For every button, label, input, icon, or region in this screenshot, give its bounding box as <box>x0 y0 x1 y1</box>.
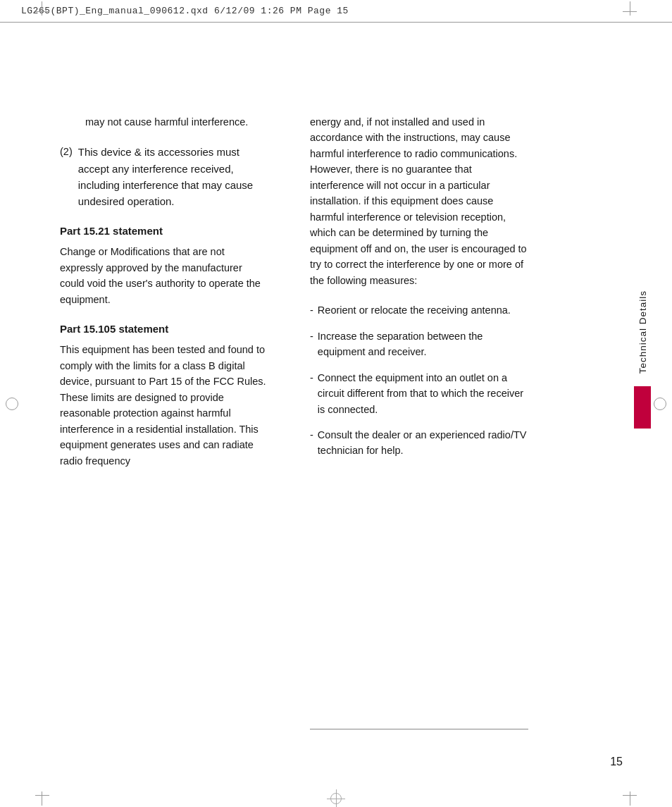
item2-block: (2) This device & its accessories must a… <box>60 144 268 209</box>
trim-top-right-v <box>630 1 630 16</box>
trim-top-left-v <box>42 1 42 16</box>
intro-text: may not cause harmful interference. <box>60 114 268 130</box>
page-container: LG265(BPT)_Eng_manual_090612.qxd 6/12/09… <box>0 0 672 807</box>
intro-text-block: may not cause harmful interference. <box>60 114 268 130</box>
right-column: energy and, if not installed and used in… <box>310 114 528 469</box>
header-filename: LG265(BPT)_Eng_manual_090612.qxd 6/12/09… <box>21 6 349 16</box>
sidebar-text: Technical Details <box>637 290 648 374</box>
bullet2: - Increase the separation between the eq… <box>310 328 528 360</box>
bullet1: - Reorient or relocate the receiving ant… <box>310 302 528 318</box>
header-bar: LG265(BPT)_Eng_manual_090612.qxd 6/12/09… <box>0 0 672 23</box>
bullet3-dash: - <box>310 370 313 417</box>
bullet1-dash: - <box>310 302 313 318</box>
bottom-rule-right <box>310 729 528 729</box>
right-intro-text: energy and, if not installed and used in… <box>310 114 528 288</box>
bullet3-text: Connect the equipment into an outlet on … <box>318 370 528 417</box>
page-number: 15 <box>610 756 623 768</box>
trim-top-left-h <box>35 11 49 12</box>
left-column: may not cause harmful interference. (2) … <box>60 114 268 483</box>
bullet2-text: Increase the separation between the equi… <box>318 328 528 360</box>
sidebar-accent-bar <box>634 386 651 429</box>
bullet3: - Connect the equipment into an outlet o… <box>310 370 528 417</box>
bullet4-dash: - <box>310 427 313 459</box>
section2-body: This equipment has been tested and found… <box>60 342 268 469</box>
bullet4-text: Consult the dealer or an experienced rad… <box>318 427 528 459</box>
section1-body: Change or Modifications that are not exp… <box>60 244 268 307</box>
item2-text: This device & its accessories must accep… <box>78 144 268 209</box>
item2-number: (2) <box>60 144 73 209</box>
section1-heading: Part 15.21 statement <box>60 225 268 237</box>
content-area: may not cause harmful interference. (2) … <box>0 23 672 807</box>
section2-heading: Part 15.105 statement <box>60 323 268 335</box>
sidebar-label: Technical Details <box>633 290 652 445</box>
bullet1-text: Reorient or relocate the receiving anten… <box>318 302 511 318</box>
bullet2-dash: - <box>310 328 313 360</box>
bullet4: - Consult the dealer or an experienced r… <box>310 427 528 459</box>
